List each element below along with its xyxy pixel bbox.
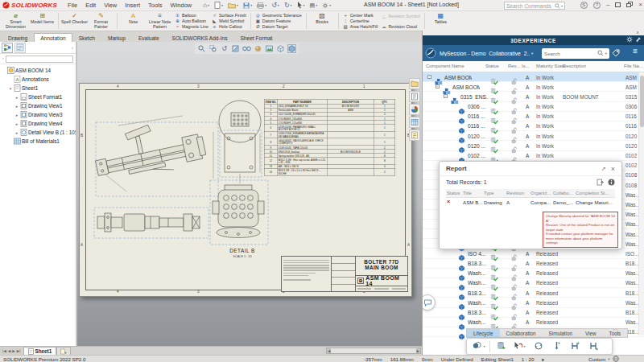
scrollbar-thumb[interactable] [640,76,644,127]
component-row[interactable]: B18.3...AReleasedB18... [423,288,644,298]
component-row[interactable]: 0120 ...AIn Work0120 [423,131,644,141]
tab-view[interactable]: View [579,329,603,337]
design-library-tab[interactable] [409,78,420,89]
tree-item[interactable]: ▸Detail View B (1 : 10) [0,128,76,137]
balloon-button[interactable]: ①Balloon [175,13,208,19]
gear-icon[interactable] [626,36,633,43]
component-row[interactable]: Wash...AReleasedWas... [423,298,644,307]
linear-note-pattern-button[interactable]: ≡Linear Note Pattern [147,11,173,31]
tab-evaluate[interactable]: Evaluate [132,33,166,42]
component-row[interactable]: 0306 ...AIn Work0306 [423,102,644,112]
tab-sketch[interactable]: Sketch [72,33,101,42]
view-palette-tab[interactable] [409,104,420,115]
tree-item[interactable]: Bill of Materials1 [0,137,76,146]
model-items-button[interactable]: ⊞Model Items [29,11,56,31]
surface-finish-button[interactable]: √Surface Finish [212,13,246,19]
minimize-button[interactable]: – [606,1,609,9]
undo-icon[interactable]: ↺▾ [271,2,279,9]
column-header-description[interactable]: Description [563,64,586,68]
scene-icon[interactable] [265,44,274,53]
blocks-button[interactable]: ▧Blocks [309,11,336,31]
collapse-icon[interactable]: ∧ [636,31,639,35]
database-save-button[interactable] [492,339,510,353]
chevron-down-icon[interactable]: ▾ [531,51,533,56]
save-icon[interactable]: ▾ [243,2,252,9]
format-painter-button[interactable]: ✎Format Painter [88,11,114,31]
export-icon[interactable] [597,179,604,186]
expander-icon[interactable]: - [444,94,448,98]
datum-feature-button[interactable]: ▣Datum Feature [255,19,302,24]
drawing-view1[interactable] [90,114,218,196]
restore-button[interactable] [615,2,621,7]
hamburger-menu-icon[interactable]: ≡ [633,47,638,56]
drawing-sheet[interactable]: 44332211BBAA [79,83,412,297]
tree-filter-input[interactable] [6,56,73,63]
center-mark-button[interactable]: +Center Mark [343,13,378,19]
component-row[interactable]: Wash...AReleasedWas... [423,269,644,278]
component-row[interactable]: Wash...AReleasedWas... [423,278,644,288]
auto-balloon-button[interactable]: ⊕Auto Balloon [175,19,208,24]
help-icon[interactable]: ? [593,2,601,9]
revision-cloud-button[interactable]: ☁Revision Cloud [381,23,419,29]
component-row[interactable]: -0315_ENS...AIn WorkBOOM MOUNT0315 [423,92,644,101]
resources-icon[interactable]: S [580,2,588,9]
replace-component-button[interactable] [584,339,603,353]
component-row[interactable]: ISO 4...AReleasedISO... [423,249,644,258]
scrollbar-thumb[interactable] [331,348,415,353]
featuremanager-tree-tab[interactable] [2,43,13,53]
column-header-is-[interactable]: Is... [522,64,530,68]
session-selector[interactable]: MySession - Demo_Collaborative_2... [440,51,530,56]
custom-properties-tab[interactable] [409,130,420,141]
tree-item[interactable]: ASM BOOM 14 [0,66,76,75]
zoom-fit-icon[interactable] [197,44,206,53]
home-icon[interactable]: ⌂▾ [203,2,209,9]
column-header-file-na-[interactable]: File Na... [624,64,643,68]
hide-show-icon[interactable] [242,44,251,53]
component-row[interactable]: B18.3...AReleasedB18... [423,259,644,269]
view-orientation-icon[interactable] [276,44,285,53]
tag-icon[interactable] [612,49,620,57]
panel-search-input[interactable] [544,51,581,56]
tab-annotation[interactable]: Annotation [34,33,72,42]
tab-simulation[interactable]: Simulation [543,329,579,337]
tab-collaboration[interactable]: Collaboration [500,329,543,337]
zoom-area-icon[interactable] [208,44,217,53]
note-button[interactable]: ANote [120,11,147,31]
menu-tools[interactable]: Tools [144,2,167,9]
property-manager-tab[interactable] [14,43,26,53]
tab-markup[interactable]: Markup [101,33,132,42]
search-icon[interactable] [597,50,604,56]
print-icon[interactable]: ▾ [257,2,266,9]
tree-item[interactable]: ▾Sheet1 [0,84,76,93]
weld-symbol-button[interactable]: ◣Weld Symbol [212,19,246,24]
tree-item[interactable]: ▸Sheet Format1 [0,93,76,101]
menu-edit[interactable]: Edit [81,2,100,9]
expand-icon[interactable]: ↗ [601,166,606,172]
component-row[interactable]: 0116 ...AIn Work0116 [423,121,644,131]
panel-scrollbar[interactable] [638,72,644,335]
favorites-heart-icon[interactable]: ♡ [613,328,618,335]
detail-view-b[interactable] [210,180,268,245]
appearances-tab[interactable] [409,117,420,128]
info-icon[interactable] [608,179,615,186]
tree-item[interactable]: ▸Drawing View4 [0,119,76,128]
tab-drawing[interactable]: Drawing [2,33,34,42]
horizontal-scrollbar[interactable]: ◀▶ [326,348,421,354]
tree-item[interactable]: ▸Drawing View3 [0,110,76,119]
file-explorer-tab[interactable] [409,91,420,102]
component-row[interactable]: 0102 ...AIn Work0102 [423,151,644,161]
menu-insert[interactable]: Insert [121,2,144,9]
panel-flyout-arrow[interactable]: › [72,45,73,50]
column-header-maturity-state[interactable]: Maturity State [536,64,565,68]
open-icon[interactable]: ▾ [228,2,238,9]
column-header-rev-[interactable]: Rev... [508,64,520,68]
command-search[interactable]: Search Commands ▾ [504,2,565,10]
tree-item[interactable]: AAnnotations [0,75,76,84]
select-tools-button[interactable]: ▾ [510,339,529,353]
chevron-down-icon[interactable]: ▾ [561,4,563,8]
drawing-view3[interactable] [94,208,208,238]
edit-appearance-icon[interactable] [254,44,262,53]
globe-icon[interactable] [613,356,619,362]
tables-button[interactable]: ▦Tables [427,11,454,31]
display-style-icon[interactable] [287,44,296,53]
